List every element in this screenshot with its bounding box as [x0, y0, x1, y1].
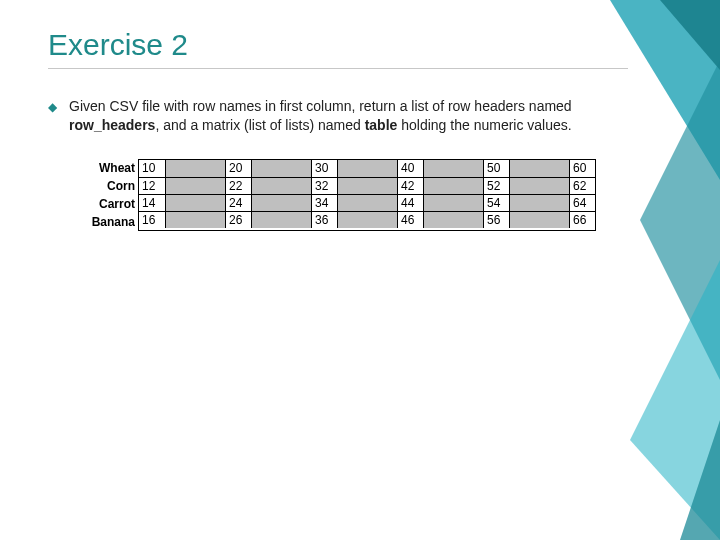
- row-header: Wheat: [84, 159, 138, 177]
- table-cell: [423, 211, 483, 228]
- table-cell: [165, 177, 225, 194]
- table-cell: 20: [225, 160, 251, 177]
- table-row: 14 24 34 44 54 64: [139, 194, 595, 211]
- table-cell: [509, 194, 569, 211]
- table-cell: 46: [397, 211, 423, 228]
- data-grid: 10 20 30 40 50 60 12 22 32 42: [138, 159, 596, 231]
- table-cell: 56: [483, 211, 509, 228]
- bullet-item: ◆ Given CSV file with row names in first…: [48, 97, 608, 135]
- table-cell: 14: [139, 194, 165, 211]
- table-cell: 64: [569, 194, 595, 211]
- table-cell: [509, 211, 569, 228]
- table-cell: [165, 211, 225, 228]
- table-cell: [337, 160, 397, 177]
- table-cell: [423, 160, 483, 177]
- table-cell: 34: [311, 194, 337, 211]
- table-cell: [251, 211, 311, 228]
- table-cell: 16: [139, 211, 165, 228]
- table-cell: [165, 160, 225, 177]
- svg-marker-2: [630, 260, 720, 540]
- table-cell: [509, 177, 569, 194]
- table-row: 10 20 30 40 50 60: [139, 160, 595, 177]
- table-cell: [423, 177, 483, 194]
- table-cell: 54: [483, 194, 509, 211]
- table-cell: 62: [569, 177, 595, 194]
- table-cell: 60: [569, 160, 595, 177]
- table-cell: [251, 160, 311, 177]
- table-row: 12 22 32 42 52 62: [139, 177, 595, 194]
- table-cell: [509, 160, 569, 177]
- row-header: Banana: [84, 213, 138, 231]
- table-cell: 24: [225, 194, 251, 211]
- table-cell: 50: [483, 160, 509, 177]
- table-cell: 22: [225, 177, 251, 194]
- table-cell: 36: [311, 211, 337, 228]
- table-cell: 10: [139, 160, 165, 177]
- row-header: Carrot: [84, 195, 138, 213]
- bullet-marker-icon: ◆: [48, 98, 57, 116]
- table-cell: [165, 194, 225, 211]
- table-cell: 32: [311, 177, 337, 194]
- table-row: 16 26 36 46 56 66: [139, 211, 595, 228]
- row-header: Corn: [84, 177, 138, 195]
- csv-table: Wheat Corn Carrot Banana 10 20 30 40 50 …: [84, 159, 672, 231]
- table-cell: 26: [225, 211, 251, 228]
- svg-marker-3: [680, 420, 720, 540]
- row-headers-column: Wheat Corn Carrot Banana: [84, 159, 138, 231]
- table-cell: 12: [139, 177, 165, 194]
- table-cell: [251, 194, 311, 211]
- table-cell: 66: [569, 211, 595, 228]
- table-cell: [337, 194, 397, 211]
- table-cell: [423, 194, 483, 211]
- table-cell: [337, 177, 397, 194]
- bullet-text: Given CSV file with row names in first c…: [69, 97, 608, 135]
- table-cell: 30: [311, 160, 337, 177]
- table-cell: [251, 177, 311, 194]
- table-cell: 44: [397, 194, 423, 211]
- table-cell: [337, 211, 397, 228]
- table-cell: 40: [397, 160, 423, 177]
- slide-title: Exercise 2: [48, 28, 628, 69]
- table-cell: 42: [397, 177, 423, 194]
- table-cell: 52: [483, 177, 509, 194]
